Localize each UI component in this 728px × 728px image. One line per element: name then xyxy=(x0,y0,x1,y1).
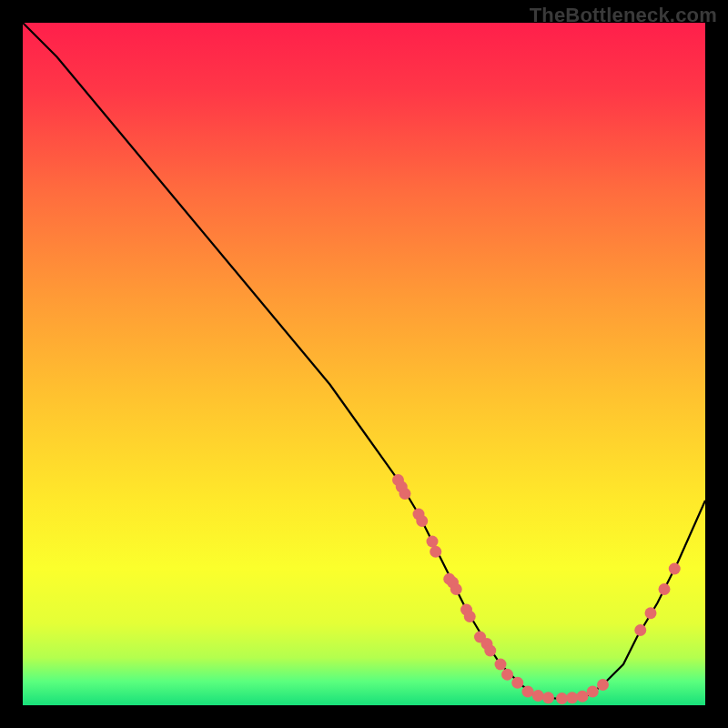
curve-marker xyxy=(556,693,568,704)
curve-marker xyxy=(427,536,439,548)
curve-marker xyxy=(659,583,671,595)
curve-marker xyxy=(495,659,507,671)
chart-container: TheBottleneck.com xyxy=(0,0,728,728)
gradient-background xyxy=(23,23,705,705)
curve-marker xyxy=(450,583,462,595)
curve-marker xyxy=(464,611,476,622)
curve-marker xyxy=(597,679,609,691)
curve-marker xyxy=(542,692,554,703)
curve-marker xyxy=(399,488,411,500)
curve-marker xyxy=(511,677,523,689)
curve-marker xyxy=(430,546,441,558)
curve-marker xyxy=(416,515,428,527)
curve-marker xyxy=(532,690,544,702)
curve-marker xyxy=(566,692,578,703)
curve-marker xyxy=(577,691,589,703)
curve-marker xyxy=(587,686,599,698)
curve-marker xyxy=(501,669,513,681)
curve-marker xyxy=(484,645,496,657)
curve-marker xyxy=(645,607,657,619)
curve-marker xyxy=(522,686,534,698)
plot-area xyxy=(23,23,705,705)
watermark-text: TheBottleneck.com xyxy=(530,4,717,27)
curve-marker xyxy=(669,563,681,575)
curve-marker xyxy=(634,624,646,636)
chart-svg xyxy=(23,23,705,705)
